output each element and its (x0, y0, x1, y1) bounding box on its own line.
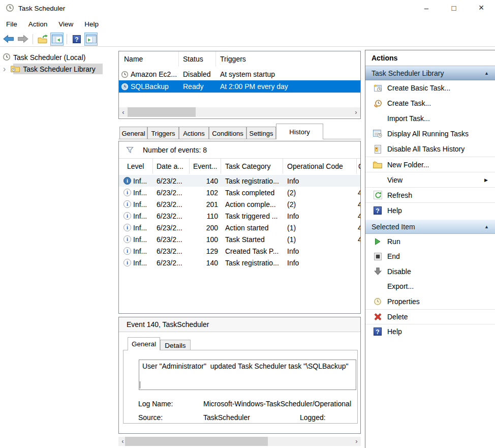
action-disable-all-tasks-history[interactable]: Disable All Tasks History (365, 141, 495, 157)
column-name[interactable]: Name (119, 51, 179, 67)
info-icon: i (123, 200, 131, 208)
minimize-button[interactable]: – (413, 0, 440, 17)
info-icon: i (123, 235, 131, 243)
event-message-box[interactable]: User "Administrator" updated Task Schedu… (139, 360, 356, 390)
close-button[interactable]: × (468, 0, 495, 17)
scroll-right-icon[interactable]: › (352, 437, 361, 446)
info-icon: i (123, 259, 131, 266)
toggle-action-pane-icon[interactable] (84, 33, 98, 46)
column-date[interactable]: Date a... (153, 159, 190, 174)
action-help[interactable]: ?Help (365, 324, 495, 339)
task-tabs: General Triggers Actions Conditions Sett… (118, 124, 361, 139)
action-properties[interactable]: Properties (365, 294, 495, 309)
folder-icon (373, 160, 382, 169)
event-id: 140 (190, 257, 221, 268)
scroll-thumb[interactable] (125, 437, 268, 446)
maximize-button[interactable]: □ (440, 0, 468, 17)
event-opcode: Info (283, 175, 357, 187)
scroll-left-icon[interactable]: ‹ (119, 107, 128, 117)
back-icon[interactable] (2, 33, 15, 46)
menu-bar: File Action View Help (0, 17, 495, 32)
menu-help[interactable]: Help (79, 17, 104, 32)
menu-file[interactable]: File (0, 17, 23, 32)
event-row[interactable]: iInf...6/23/2...201Action comple...(2)4 (119, 198, 360, 210)
action-refresh[interactable]: Refresh (365, 187, 495, 202)
action-view[interactable]: View▶ (365, 172, 495, 187)
event-date: 6/23/2... (153, 257, 190, 268)
event-extra: 4 (357, 198, 360, 210)
event-row[interactable]: iInf...6/23/2...140Task registratio...In… (119, 175, 360, 187)
action-label: Disable All Tasks History (387, 145, 465, 153)
event-category: Action started (221, 222, 283, 233)
event-row[interactable]: iInf...6/23/2...200Action started(1)4 (119, 222, 360, 233)
event-row[interactable]: iInf...6/23/2...140Task registratio...In… (119, 257, 360, 268)
column-task-category[interactable]: Task Category (221, 159, 283, 174)
action-run[interactable]: Run (365, 234, 495, 249)
action-new-folder[interactable]: New Folder... (365, 157, 495, 172)
task-status: Ready (179, 80, 216, 93)
tab-general[interactable]: General (119, 127, 147, 139)
forward-icon[interactable] (16, 33, 29, 46)
toggle-tree-pane-icon[interactable] (50, 33, 64, 46)
group-header-selected-item[interactable]: Selected Item ▲ (365, 220, 495, 234)
action-create-task[interactable]: Create Task... (365, 96, 495, 111)
help-icon: ? (373, 327, 382, 336)
task-list-hscrollbar[interactable]: ‹ › (119, 107, 360, 117)
event-date: 6/23/2... (153, 210, 190, 222)
event-category: Task Started (221, 233, 283, 245)
collapse-icon[interactable]: ▲ (484, 224, 489, 229)
action-end[interactable]: End (365, 249, 495, 264)
column-status[interactable]: Status (179, 51, 216, 67)
menu-view[interactable]: View (53, 17, 79, 32)
task-row-sqlbackup[interactable]: SQLBackup Ready At 2:00 PM every day (119, 80, 360, 93)
action-export[interactable]: Export... (365, 279, 495, 294)
column-triggers[interactable]: Triggers (216, 51, 360, 67)
tab-triggers[interactable]: Triggers (147, 127, 179, 139)
scroll-right-icon[interactable]: › (352, 107, 360, 117)
tab-settings[interactable]: Settings (246, 127, 276, 139)
event-level: Inf... (133, 247, 147, 255)
event-extra (357, 257, 360, 268)
event-opcode: (2) (283, 198, 357, 210)
column-correlation[interactable]: C (357, 159, 360, 174)
event-date: 6/23/2... (153, 198, 190, 210)
task-row-amazon[interactable]: Amazon Ec2... Disabled At system startup (119, 68, 360, 80)
detail-tab-general[interactable]: General (128, 337, 160, 350)
action-create-basic-task[interactable]: Create Basic Task... (365, 80, 495, 96)
tab-history[interactable]: History (276, 124, 323, 139)
task-name: Amazon Ec2... (131, 70, 177, 78)
tab-actions[interactable]: Actions (179, 127, 209, 139)
scroll-thumb[interactable] (128, 107, 196, 117)
action-import-task[interactable]: Import Task... (365, 111, 495, 126)
action-display-all-running-tasks[interactable]: Display All Running Tasks (365, 126, 495, 141)
action-help[interactable]: ?Help (365, 202, 495, 218)
group-header-task-scheduler-library[interactable]: Task Scheduler Library ▲ (365, 66, 495, 80)
tree-item-task-scheduler-library[interactable]: › Task Scheduler Library (3, 64, 96, 74)
event-row[interactable]: iInf...6/23/2...100Task Started(1)4 (119, 233, 360, 245)
window-title: Task Scheduler (18, 5, 65, 12)
info-icon: i (123, 247, 131, 255)
menu-action[interactable]: Action (23, 17, 53, 32)
create-task-icon (373, 99, 382, 108)
event-row[interactable]: iInf...6/23/2...102Task completed(2)4 (119, 187, 360, 198)
chevron-right-icon[interactable]: › (3, 66, 6, 72)
event-opcode: (1) (283, 233, 357, 245)
column-level[interactable]: Level (119, 159, 153, 174)
detail-hscrollbar[interactable]: ‹ › (118, 437, 361, 446)
event-row[interactable]: iInf...6/23/2...129Created Task P...Info (119, 245, 360, 257)
column-event-id[interactable]: Event... (190, 159, 221, 174)
detail-tab-details[interactable]: Details (160, 340, 191, 350)
tab-conditions[interactable]: Conditions (209, 127, 246, 139)
collapse-icon[interactable]: ▲ (484, 71, 489, 76)
task-triggers: At system startup (216, 68, 360, 80)
tree-item-task-scheduler-local[interactable]: Task Scheduler (Local) (3, 52, 85, 63)
event-level: Inf... (133, 259, 147, 267)
filter-icon[interactable] (126, 146, 134, 154)
help-icon[interactable]: ? (70, 33, 83, 46)
column-operational-code[interactable]: Operational Code (283, 159, 357, 174)
action-disable[interactable]: Disable (365, 264, 495, 279)
folder-up-icon[interactable] (36, 33, 49, 46)
event-opcode: Info (283, 257, 357, 268)
action-delete[interactable]: Delete (365, 309, 495, 324)
event-row[interactable]: iInf...6/23/2...110Task triggered ...Inf… (119, 210, 360, 222)
